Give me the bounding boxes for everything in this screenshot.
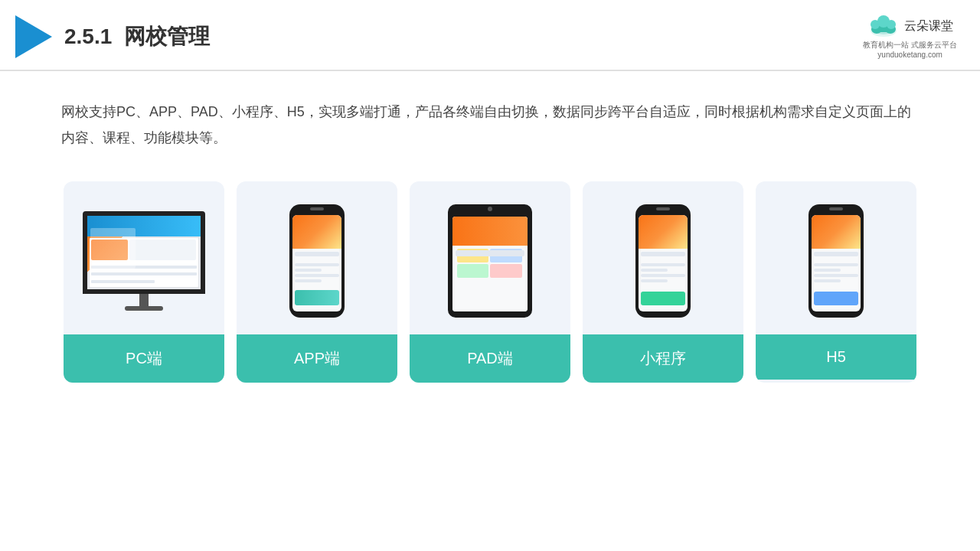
h5-line-2	[814, 269, 841, 272]
mini-line-1	[641, 263, 685, 266]
phone-line-3	[295, 274, 339, 277]
card-pad: PAD端	[410, 181, 570, 383]
monitor-screen-content	[87, 216, 201, 289]
card-h5-label: H5	[756, 334, 916, 380]
logo-triangle-icon	[15, 15, 52, 58]
mini-line-2	[641, 269, 668, 272]
card-pad-image	[410, 181, 570, 334]
phone-app-device	[289, 204, 345, 318]
mini-line-3	[641, 274, 685, 277]
card-pad-label: PAD端	[410, 334, 570, 383]
description-paragraph: 网校支持PC、APP、PAD、小程序、H5，实现多端打通，产品各终端自由切换，数…	[61, 99, 919, 151]
tablet-device	[448, 204, 532, 318]
tablet-screen-inner	[452, 217, 528, 311]
card-pc-label: PC端	[64, 334, 224, 383]
card-app: APP端	[237, 181, 397, 383]
brand-name: 云朵课堂	[904, 18, 953, 34]
h5-line-3	[814, 274, 858, 277]
monitor-base	[125, 306, 163, 311]
phone-mini-lines	[641, 263, 685, 282]
card-h5: H5	[756, 181, 916, 383]
phone-mini-screen	[639, 215, 688, 311]
svg-point-8	[887, 20, 896, 29]
phone-line-2	[295, 269, 322, 272]
card-miniapp-label: 小程序	[583, 334, 743, 383]
page-title-name: 网校管理	[124, 22, 210, 51]
cloud-logo-icon	[867, 14, 900, 38]
monitor-screen	[83, 211, 205, 294]
h5-line-4	[814, 279, 841, 282]
monitor-stand	[139, 294, 149, 306]
card-pc-image	[64, 181, 224, 334]
phone-app-screen	[292, 215, 341, 311]
tablet-screen	[452, 217, 528, 311]
phone-mini-device	[635, 204, 691, 318]
h5-line-1	[814, 263, 858, 266]
phone-h5-screen	[812, 215, 861, 311]
card-miniapp: 小程序	[583, 181, 743, 383]
phone-h5-lines	[814, 263, 858, 282]
mini-line-4	[641, 279, 668, 282]
page-title: 2.5.1	[64, 24, 112, 49]
header-left: 2.5.1 网校管理	[15, 15, 210, 58]
phone-h5-device	[808, 204, 864, 318]
brand-tagline: 教育机构一站 式服务云平台 yunduoketang.com	[863, 40, 957, 59]
cards-container: PC端 APP端	[0, 166, 980, 406]
card-pc: PC端	[64, 181, 224, 383]
card-h5-image	[756, 181, 916, 334]
description-text: 网校支持PC、APP、PAD、小程序、H5，实现多端打通，产品各终端自由切换，数…	[0, 71, 980, 166]
card-app-label: APP端	[237, 334, 397, 383]
brand-area: 云朵课堂 教育机构一站 式服务云平台 yunduoketang.com	[863, 14, 957, 59]
brand-logo: 云朵课堂	[867, 14, 953, 38]
phone-line-1	[295, 263, 339, 266]
phone-app-lines	[295, 263, 339, 282]
phone-line-4	[295, 279, 322, 282]
card-miniapp-image	[583, 181, 743, 334]
monitor-device	[83, 211, 205, 311]
page-header: 2.5.1 网校管理 云朵课堂 教育机构一站 式服务云平台 yunduoketa…	[0, 0, 980, 71]
card-app-image	[237, 181, 397, 334]
